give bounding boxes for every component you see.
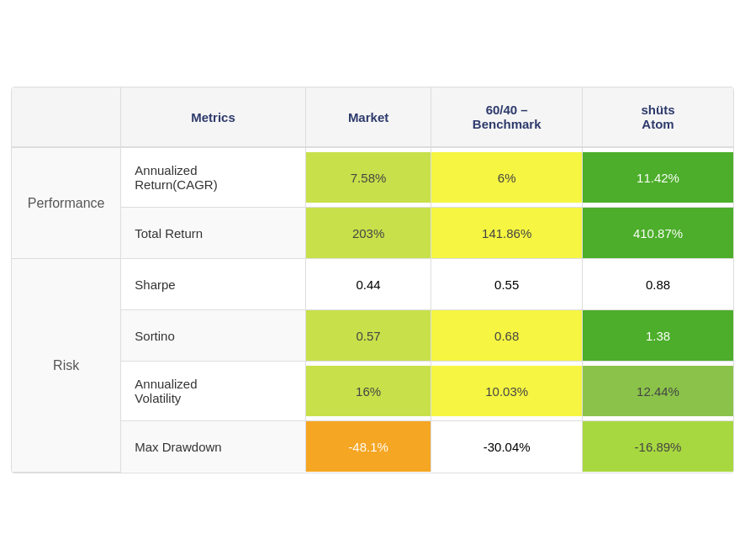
- benchmark-value-cell: -30.04%: [431, 421, 583, 473]
- header-benchmark: 60/40 –Benchmark: [431, 87, 583, 147]
- header-atom: shütsAtom: [582, 87, 733, 147]
- header-metrics: Metrics: [121, 87, 305, 147]
- benchmark-value: 0.68: [431, 310, 582, 361]
- metric-cell: AnnualizedReturn(CAGR): [121, 147, 305, 208]
- risk-group-label: Risk: [12, 259, 121, 473]
- header-market: Market: [305, 87, 431, 147]
- atom-value-cell: 410.87%: [582, 208, 733, 259]
- metric-name: Max Drawdown: [121, 421, 304, 472]
- benchmark-value-cell: 10.03%: [431, 362, 583, 421]
- market-value-cell: 7.58%: [305, 147, 431, 208]
- metric-name: AnnualizedReturn(CAGR): [121, 148, 304, 207]
- atom-value: 0.88: [583, 259, 733, 309]
- market-value: 0.57: [306, 310, 431, 361]
- atom-value-cell: -16.89%: [582, 421, 733, 473]
- benchmark-value: -30.04%: [431, 421, 582, 472]
- header-group: [12, 87, 121, 147]
- benchmark-value-cell: 141.86%: [431, 208, 583, 259]
- benchmark-value: 0.55: [431, 259, 582, 309]
- benchmark-value: 6%: [431, 152, 582, 203]
- market-value: -48.1%: [306, 421, 431, 472]
- market-value: 0.44: [306, 259, 431, 309]
- atom-value: 1.38: [583, 310, 733, 361]
- market-value-cell: 203%: [305, 208, 431, 259]
- atom-value: 11.42%: [583, 152, 733, 203]
- metric-cell: Total Return: [121, 208, 305, 259]
- metric-cell: Max Drawdown: [121, 421, 305, 473]
- atom-value-cell: 1.38: [582, 310, 733, 362]
- benchmark-value-cell: 0.68: [431, 310, 583, 362]
- metric-cell: Sharpe: [121, 259, 305, 310]
- benchmark-value: 141.86%: [431, 208, 582, 258]
- benchmark-value: 10.03%: [431, 366, 582, 416]
- metric-name: Sortino: [121, 310, 304, 361]
- market-value: 203%: [306, 208, 431, 258]
- metric-name: Total Return: [121, 208, 304, 258]
- table-row: Performance AnnualizedReturn(CAGR) 7.58%…: [12, 147, 733, 208]
- market-value-cell: 16%: [305, 362, 431, 421]
- metrics-table: Metrics Market 60/40 –Benchmark shütsAto…: [11, 87, 734, 473]
- atom-value: -16.89%: [583, 421, 733, 472]
- atom-value: 12.44%: [583, 366, 733, 416]
- atom-value-cell: 12.44%: [582, 362, 733, 421]
- market-value-cell: -48.1%: [305, 421, 431, 473]
- atom-value: 410.87%: [583, 208, 733, 258]
- market-value: 7.58%: [306, 152, 431, 203]
- benchmark-value-cell: 0.55: [431, 259, 583, 310]
- atom-value-cell: 0.88: [582, 259, 733, 310]
- metric-name: Sharpe: [121, 259, 304, 309]
- metric-cell: Sortino: [121, 310, 305, 362]
- market-value: 16%: [306, 366, 431, 416]
- performance-group-label: Performance: [12, 147, 121, 259]
- table-row: Risk Sharpe 0.44 0.55: [12, 259, 733, 310]
- atom-value-cell: 11.42%: [582, 147, 733, 208]
- market-value-cell: 0.57: [305, 310, 431, 362]
- market-value-cell: 0.44: [305, 259, 431, 310]
- metric-name: AnnualizedVolatility: [121, 362, 304, 420]
- benchmark-value-cell: 6%: [431, 147, 583, 208]
- metric-cell: AnnualizedVolatility: [121, 362, 305, 421]
